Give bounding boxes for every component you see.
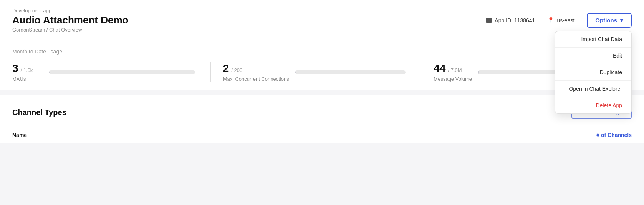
options-label: Options	[595, 17, 617, 23]
app-id-badge: App ID: 1138641	[486, 17, 535, 23]
message-volume-progress-fill	[478, 70, 479, 74]
connections-value-group: 2 / 200 Max. Concurrent Connections	[223, 62, 289, 82]
region-badge: 📍 us-east	[547, 17, 574, 24]
message-volume-main: 44 / 7.0M	[434, 62, 472, 75]
mau-max: / 1.0k	[21, 67, 33, 73]
mau-progress-bar	[49, 70, 195, 74]
dropdown-open-chat-explorer[interactable]: Open in Chat Explorer	[555, 81, 631, 97]
section-header: Channel Types Add channel type	[12, 105, 632, 119]
usage-title: Month to Date usage	[12, 48, 632, 55]
dropdown-edit[interactable]: Edit	[555, 48, 631, 64]
mau-value-group: 3 / 1.0k MAUs	[12, 62, 43, 82]
connections-number: 2	[223, 62, 229, 75]
connections-progress-fill	[295, 70, 296, 74]
connections-progress-bar	[295, 70, 406, 74]
usage-metrics: 3 / 1.0k MAUs 2 / 200 Max. Concurrent Co…	[12, 62, 632, 82]
dropdown-delete-app[interactable]: Delete App	[555, 97, 631, 113]
dropdown-duplicate[interactable]: Duplicate	[555, 64, 631, 81]
app-title: Audio Attachment Demo	[12, 14, 128, 26]
mau-metric: 3 / 1.0k MAUs	[12, 62, 210, 82]
col-channels-header: # of Channels	[596, 132, 632, 138]
header-left: Development app Audio Attachment Demo Go…	[12, 8, 128, 33]
page-wrapper: Development app Audio Attachment Demo Go…	[0, 0, 644, 205]
connections-max: / 200	[231, 67, 242, 73]
channel-section-title: Channel Types	[12, 108, 66, 117]
message-volume-number: 44	[434, 62, 445, 75]
mau-progress-fill	[49, 70, 50, 74]
mau-label: MAUs	[12, 76, 43, 82]
connections-label: Max. Concurrent Connections	[223, 76, 289, 82]
options-button[interactable]: Options ▾	[587, 13, 632, 28]
connections-main: 2 / 200	[223, 62, 289, 75]
message-volume-label: Message Volume	[434, 76, 472, 82]
header-right: App ID: 1138641 📍 us-east Options ▾	[486, 13, 632, 28]
table-header: Name # of Channels	[12, 127, 632, 143]
dropdown-import-chat-data[interactable]: Import Chat Data	[555, 31, 631, 48]
options-dropdown: Import Chat Data Edit Duplicate Open in …	[555, 31, 632, 114]
channel-section: Channel Types Add channel type Name # of…	[0, 95, 644, 143]
connections-metric: 2 / 200 Max. Concurrent Connections	[210, 62, 421, 82]
region-text: us-east	[557, 17, 574, 23]
breadcrumb: GordonStream / Chat Overview	[12, 27, 128, 33]
tag-icon	[486, 18, 492, 23]
header: Development app Audio Attachment Demo Go…	[0, 0, 644, 39]
app-id-text: App ID: 1138641	[495, 17, 535, 23]
chevron-down-icon: ▾	[620, 17, 623, 24]
mau-main: 3 / 1.0k	[12, 62, 43, 75]
message-volume-value-group: 44 / 7.0M Message Volume	[434, 62, 472, 82]
mau-number: 3	[12, 62, 18, 75]
dev-label: Development app	[12, 8, 128, 13]
usage-section: Month to Date usage 3 / 1.0k MAUs	[0, 39, 644, 90]
col-name-header: Name	[12, 132, 27, 138]
message-volume-max: / 7.0M	[448, 67, 462, 73]
pin-icon: 📍	[547, 17, 555, 24]
